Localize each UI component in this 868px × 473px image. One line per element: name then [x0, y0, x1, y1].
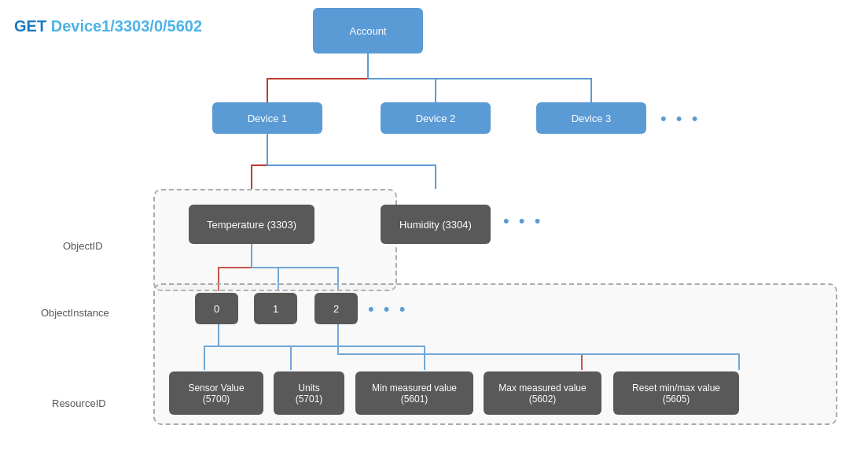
instance-dots: • • •: [368, 299, 407, 320]
resource5602-node: Max measured value (5602): [484, 371, 601, 415]
device1-node: Device 1: [212, 102, 322, 134]
objectid-dots: • • •: [503, 211, 542, 231]
device2-node: Device 2: [381, 102, 491, 134]
resource5701-node: Units (5701): [274, 371, 344, 415]
device-dots: • • •: [660, 109, 700, 129]
get-word: GET: [14, 17, 46, 35]
instance2-node: 2: [314, 293, 358, 324]
device3-node: Device 3: [536, 102, 646, 134]
page-container: GET Device1/3303/0/5602 Objec: [0, 0, 868, 473]
resource5601-node: Min measured value (5601): [355, 371, 473, 415]
resourceid-label: ResourceID: [52, 397, 106, 409]
get-path: Device1/3303/0/5602: [51, 17, 202, 35]
instance1-node: 1: [254, 293, 297, 324]
instance0-node: 0: [195, 293, 238, 324]
resource5700-node: Sensor Value (5700): [169, 371, 263, 415]
objectid-label: ObjectID: [63, 240, 103, 252]
temperature-node: Temperature (3303): [189, 205, 314, 244]
get-label: GET Device1/3303/0/5602: [14, 17, 202, 35]
resource5605-node: Reset min/max value (5605): [613, 371, 739, 415]
account-node: Account: [313, 8, 423, 54]
humidity-node: Humidity (3304): [381, 205, 491, 244]
objectinstance-label: ObjectInstance: [41, 307, 109, 319]
